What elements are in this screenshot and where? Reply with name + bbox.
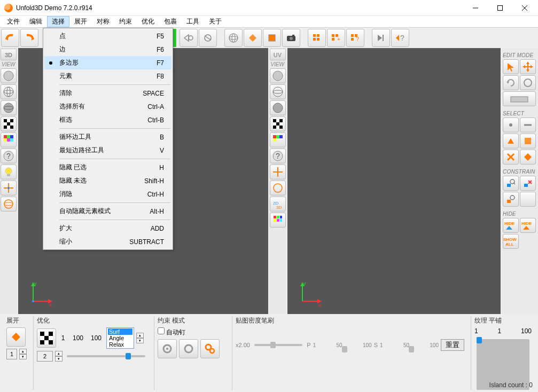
tool-cut[interactable] — [180, 29, 198, 47]
view-help[interactable]: ? — [1, 148, 17, 163]
view-globe2[interactable] — [1, 197, 17, 211]
tool-grid-1[interactable] — [308, 29, 326, 47]
select-menu-dropdown[interactable]: 点F5边F6多边形F7元素F8清除SPACE选择所有Ctrl-A框选Ctrl-B… — [43, 28, 173, 250]
undo-button[interactable] — [1, 29, 19, 47]
menu-edit[interactable]: 编辑 — [25, 16, 47, 27]
opt-stepper[interactable]: 2 — [37, 351, 53, 362]
reset-button[interactable]: 重置 — [441, 339, 464, 351]
maximize-button[interactable] — [488, 0, 512, 15]
menu-item[interactable]: 元素F8 — [44, 69, 171, 83]
uv-shaded[interactable] — [270, 100, 286, 115]
tool-help[interactable]: ? — [391, 29, 409, 47]
hide-sel[interactable]: HIDE — [503, 218, 519, 233]
hide-unsel[interactable]: HIDE — [520, 218, 536, 233]
tool-weld[interactable] — [199, 29, 217, 47]
uv-color[interactable] — [270, 132, 286, 147]
brush-slider-x[interactable] — [254, 344, 302, 346]
svg-text:HIDE: HIDE — [504, 221, 515, 226]
expand-button[interactable] — [6, 327, 26, 347]
opt-select-btns[interactable]: ▴▾ — [136, 333, 144, 343]
menu-item[interactable]: 点F5 — [44, 29, 171, 43]
uv-globe2[interactable] — [270, 181, 286, 195]
edit-cursor[interactable] — [503, 59, 519, 74]
view-light[interactable] — [1, 164, 17, 179]
sel-element[interactable] — [520, 134, 536, 148]
edit-rotate[interactable] — [503, 75, 519, 90]
menu-unfold[interactable]: 展开 — [69, 16, 92, 27]
con-unpin[interactable] — [520, 176, 536, 191]
opt-slider[interactable] — [67, 355, 145, 357]
menu-symmetry[interactable]: 对称 — [92, 16, 114, 27]
sel-x[interactable] — [503, 150, 519, 164]
expand-stepper-btns[interactable]: ▴▾ — [19, 349, 27, 359]
tool-unfold[interactable] — [244, 29, 262, 47]
redo-button[interactable] — [20, 29, 38, 47]
menu-constrain[interactable]: 约束 — [114, 16, 137, 27]
con-lock[interactable] — [503, 192, 519, 207]
menu-item[interactable]: 框选Ctrl-B — [44, 113, 171, 127]
menu-item[interactable]: 扩大ADD — [44, 222, 171, 235]
tool-skip[interactable] — [372, 29, 390, 47]
optimize-checker-btn[interactable] — [37, 328, 56, 348]
edit-wide[interactable] — [503, 91, 536, 106]
minimize-button[interactable] — [463, 0, 488, 15]
uv-2d3d[interactable]: 2D3D — [270, 197, 286, 211]
close-button[interactable] — [512, 0, 537, 15]
autopin-checkbox[interactable]: 自动钉 — [158, 328, 185, 336]
con-spacer[interactable] — [520, 192, 536, 207]
expand-stepper[interactable]: 1 — [6, 349, 17, 359]
menu-pack[interactable]: 包裹 — [159, 16, 182, 27]
edit-scale[interactable] — [520, 75, 536, 90]
uv-wire[interactable] — [270, 84, 286, 99]
svg-rect-133 — [40, 332, 44, 336]
show-all[interactable]: SHOWALL — [503, 234, 519, 249]
tool-grid-help[interactable]: ? — [346, 29, 364, 47]
uv-grid[interactable] — [270, 213, 286, 228]
view-checker[interactable] — [1, 116, 17, 131]
sel-poly[interactable] — [503, 134, 519, 148]
sel-point[interactable] — [503, 117, 519, 132]
uv-help[interactable]: ? — [270, 148, 286, 163]
gear-2[interactable] — [179, 339, 198, 358]
tool-grid-add[interactable]: + — [327, 29, 345, 47]
tool-camera[interactable] — [282, 29, 300, 47]
tool-globe[interactable] — [224, 29, 243, 47]
viewport-uv[interactable]: vu — [287, 48, 501, 314]
sel-diamond[interactable] — [520, 150, 536, 164]
menu-tools[interactable]: 工具 — [182, 16, 204, 27]
menu-item[interactable]: 隐藏 未选Shift-H — [44, 174, 171, 187]
menu-item[interactable]: 选择所有Ctrl-A — [44, 100, 171, 113]
menu-item[interactable]: 清除SPACE — [44, 87, 171, 100]
uv-checker[interactable] — [270, 116, 286, 131]
menu-file[interactable]: 文件 — [2, 16, 25, 27]
menu-item[interactable]: 边F6 — [44, 43, 171, 56]
sel-edge[interactable] — [520, 117, 536, 132]
opt-stepper-btns[interactable]: ▴▾ — [55, 351, 63, 362]
svg-marker-4 — [184, 35, 189, 41]
edit-move[interactable] — [520, 59, 536, 74]
view-axes[interactable] — [1, 181, 17, 195]
optimize-mode-select[interactable]: Surf Angle Relax — [106, 327, 134, 349]
menu-item[interactable]: 隐藏 已选H — [44, 161, 171, 174]
gear-3[interactable] — [200, 339, 220, 358]
view-shaded[interactable] — [1, 100, 17, 115]
app-icon — [4, 4, 13, 12]
menu-optimize[interactable]: 优化 — [137, 16, 159, 27]
view-color[interactable] — [1, 132, 17, 147]
menu-item[interactable]: 缩小SUBTRACT — [44, 235, 171, 248]
svg-point-10 — [232, 34, 235, 42]
view-wire[interactable] — [1, 84, 17, 99]
menu-item[interactable]: 多边形F7 — [44, 56, 171, 69]
uv-axes[interactable] — [270, 164, 286, 179]
tool-stop[interactable] — [263, 29, 281, 47]
view-sphere-1[interactable] — [1, 68, 17, 83]
menu-item[interactable]: 循环边工具B — [44, 130, 171, 144]
menu-select[interactable]: 选择 — [47, 16, 69, 27]
menu-item[interactable]: 自动隐藏元素模式Alt-H — [44, 205, 171, 218]
menu-about[interactable]: 关于 — [204, 16, 227, 27]
menu-item[interactable]: 最短边路径工具V — [44, 144, 171, 157]
con-pin[interactable] — [503, 176, 519, 191]
menu-item[interactable]: 消隐Ctrl-H — [44, 187, 171, 201]
uv-sphere[interactable] — [270, 68, 286, 83]
gear-1[interactable] — [158, 339, 177, 358]
